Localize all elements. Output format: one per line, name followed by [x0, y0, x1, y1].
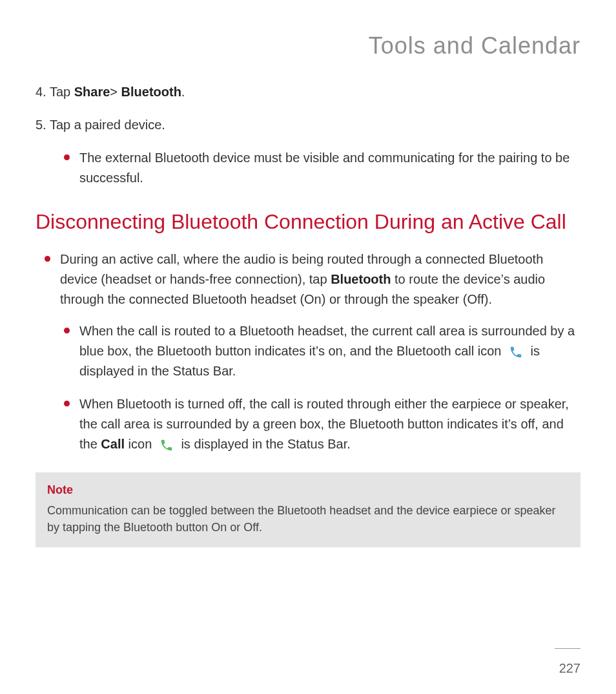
text: icon [125, 437, 156, 451]
step-text: Tap [50, 85, 74, 99]
bold-share: Share [74, 85, 110, 99]
note-title: Note [47, 481, 569, 498]
note-body: Communication can be toggled between the… [47, 502, 569, 536]
main-bullet-list: During an active call, where the audio i… [36, 249, 580, 310]
step-number: 5. [36, 118, 46, 132]
text: is displayed in the Status Bar. [178, 437, 351, 451]
bold-bluetooth: Bluetooth [121, 85, 181, 99]
bluetooth-call-icon [509, 345, 523, 359]
step-text: Tap a paired device. [50, 118, 165, 132]
list-item: During an active call, where the audio i… [60, 249, 580, 310]
step-number: 4. [36, 85, 46, 99]
text: When the call is routed to a Bluetooth h… [79, 324, 575, 358]
list-item: When Bluetooth is turned off, the call i… [79, 394, 580, 454]
step-5-sub-list: The external Bluetooth device must be vi… [36, 148, 580, 188]
step-text-end: . [181, 85, 185, 99]
bold-call: Call [101, 437, 125, 451]
bold-bluetooth: Bluetooth [331, 272, 391, 286]
section-title: Tools and Calendar [36, 32, 580, 59]
heading-disconnecting: Disconnecting Bluetooth Connection Durin… [36, 210, 580, 234]
list-item: The external Bluetooth device must be vi… [79, 148, 580, 188]
step-5: 5. Tap a paired device. [36, 115, 580, 135]
page-number: 227 [559, 661, 580, 676]
call-icon [159, 438, 174, 452]
separator: > [110, 85, 121, 99]
footer-rule [555, 648, 580, 649]
list-item: When the call is routed to a Bluetooth h… [79, 321, 580, 381]
step-4: 4. Tap Share> Bluetooth. [36, 82, 580, 102]
sub-bullet-list: When the call is routed to a Bluetooth h… [36, 321, 580, 454]
note-box: Note Communication can be toggled betwee… [36, 472, 580, 547]
manual-page: Tools and Calendar 4. Tap Share> Bluetoo… [0, 0, 616, 694]
